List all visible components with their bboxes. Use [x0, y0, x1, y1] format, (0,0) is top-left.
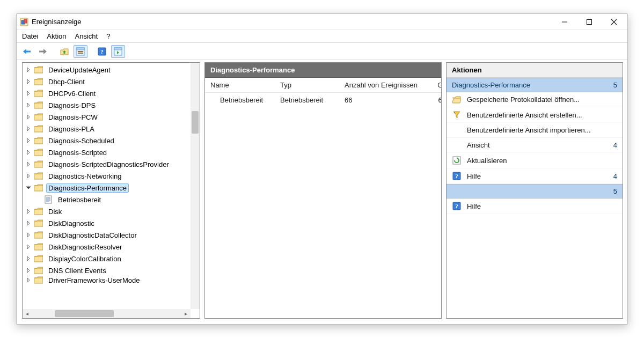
toolbar-properties-button[interactable]	[74, 45, 87, 58]
tree-vertical-scrollbar[interactable]	[191, 63, 200, 309]
svg-rect-9	[78, 53, 83, 54]
main-split: DeviceUpdateAgentDhcp-ClientDHCPv6-Clien…	[17, 60, 627, 324]
menu-action[interactable]: Aktion	[47, 32, 66, 40]
chevron-right-icon[interactable]	[25, 255, 32, 262]
action-item[interactable]: Gespeicherte Protokolldatei öffnen...	[447, 92, 623, 107]
tree-item[interactable]: Diagnosis-Scheduled	[23, 135, 200, 146]
minimize-button[interactable]	[552, 14, 577, 30]
help-icon: ?	[452, 172, 462, 180]
tree-item[interactable]: Diagnosis-DPS	[23, 99, 200, 111]
filter-icon	[452, 111, 462, 119]
action-item[interactable]: Aktualisieren	[447, 153, 623, 168]
chevron-right-icon[interactable]	[25, 172, 32, 180]
folder-icon	[34, 208, 43, 215]
toolbar-back-button[interactable]	[20, 45, 34, 58]
chevron-right-icon[interactable]	[25, 101, 32, 109]
tree-item[interactable]: DeviceUpdateAgent	[23, 64, 200, 76]
menu-help[interactable]: ?	[106, 32, 110, 40]
scrollbar-thumb[interactable]	[192, 111, 199, 134]
chevron-right-icon[interactable]	[25, 125, 32, 133]
chevron-down-icon[interactable]	[25, 184, 32, 192]
tree-item[interactable]: Betriebsbereit	[23, 194, 200, 205]
toolbar-show-action-pane-button[interactable]	[111, 45, 125, 58]
cell-size: 68 KB	[430, 96, 442, 104]
chevron-right-icon[interactable]	[25, 267, 32, 274]
tree-item[interactable]: DNS Client Events	[23, 264, 200, 276]
action-item[interactable]: Benutzerdefinierte Ansicht erstellen...	[447, 107, 623, 123]
tree-item[interactable]: Diagnosis-Scripted	[23, 146, 200, 158]
folder-icon	[34, 113, 43, 121]
tree-item[interactable]: Dhcp-Client	[23, 76, 200, 87]
tree-item[interactable]: DisplayColorCalibration	[23, 253, 200, 264]
svg-text:?: ?	[455, 173, 458, 179]
menu-view[interactable]: Ansicht	[75, 32, 98, 40]
tree-item[interactable]: DiskDiagnosticResolver	[23, 241, 200, 253]
chevron-right-icon[interactable]	[25, 208, 32, 215]
chevron-right-icon[interactable]	[25, 160, 32, 168]
toolbar-forward-button[interactable]	[36, 45, 50, 58]
tree-item[interactable]: DiskDiagnostic	[23, 217, 200, 229]
folder-icon	[34, 184, 43, 192]
tree-item-label: Disk	[46, 207, 64, 216]
tree-item[interactable]: Diagnosis-PLA	[23, 123, 200, 135]
details-pane: Diagnostics-Performance Name Typ Anzahl …	[204, 62, 442, 319]
svg-text:?: ?	[455, 203, 458, 209]
tree-item[interactable]: Diagnosis-ScriptedDiagnosticsProvider	[23, 158, 200, 170]
tree-item[interactable]: Disk	[23, 205, 200, 217]
folder-open-icon	[452, 96, 462, 104]
action-submenu-indicator: 4	[613, 172, 617, 180]
folder-icon	[34, 276, 43, 284]
action-item[interactable]: Ansicht4	[447, 138, 623, 153]
tree-item[interactable]: Diagnostics-Networking	[23, 170, 200, 182]
action-item[interactable]: Benutzerdefinierte Ansicht importieren..…	[447, 123, 623, 138]
folder-icon	[34, 66, 43, 74]
tree-horizontal-scrollbar[interactable]: ◂ ▸	[23, 309, 191, 318]
chevron-right-icon[interactable]	[25, 243, 32, 251]
chevron-right-icon[interactable]	[25, 78, 32, 85]
chevron-right-icon[interactable]	[25, 219, 32, 227]
close-button[interactable]	[602, 14, 626, 30]
table-row[interactable]: BetriebsbereitBetriebsbereit6668 KB	[205, 93, 441, 107]
toolbar-help-button[interactable]: ?	[95, 45, 109, 58]
chevron-right-icon[interactable]	[25, 90, 32, 97]
column-header-type[interactable]: Typ	[280, 81, 345, 89]
tree-item[interactable]: DiskDiagnosticDataCollector	[23, 229, 200, 241]
tree-item[interactable]: DHCPv6-Client	[23, 87, 200, 99]
chevron-right-icon[interactable]	[25, 137, 32, 144]
column-header-size[interactable]: Größe	[430, 81, 442, 89]
svg-rect-4	[26, 50, 31, 52]
column-header-name[interactable]: Name	[210, 81, 280, 89]
scroll-left-icon[interactable]: ◂	[23, 309, 32, 318]
chevron-right-icon[interactable]	[25, 149, 32, 156]
action-label: Hilfe	[467, 172, 608, 180]
scroll-right-icon[interactable]: ▸	[181, 309, 191, 318]
menu-file[interactable]: Datei	[22, 32, 38, 40]
chevron-right-icon[interactable]	[25, 231, 32, 239]
folder-icon	[34, 149, 43, 156]
action-label: Hilfe	[467, 202, 617, 210]
actions-group-sub: 5	[613, 187, 617, 195]
svg-rect-5	[39, 50, 44, 52]
action-item[interactable]: ?Hilfe	[447, 199, 623, 214]
chevron-right-icon[interactable]	[25, 276, 32, 284]
scrollbar-thumb[interactable]	[55, 310, 114, 317]
chevron-right-icon[interactable]	[25, 113, 32, 121]
tree-item[interactable]: DriverFrameworks-UserMode	[23, 276, 200, 284]
details-pane-title: Diagnostics-Performance	[205, 63, 441, 78]
cell-type: Betriebsbereit	[280, 96, 345, 104]
tree-item-label: Diagnosis-Scripted	[46, 148, 109, 157]
chevron-right-icon[interactable]	[25, 66, 32, 74]
maximize-button[interactable]	[577, 14, 602, 30]
details-list-body: BetriebsbereitBetriebsbereit6668 KB	[205, 93, 441, 107]
svg-point-15	[454, 112, 455, 113]
action-item[interactable]: ?Hilfe4	[447, 168, 623, 184]
column-header-count[interactable]: Anzahl von Ereignissen	[345, 81, 430, 89]
svg-rect-2	[24, 19, 27, 23]
cell-count: 66	[345, 96, 430, 104]
tree-item[interactable]: Diagnostics-Performance	[23, 182, 200, 194]
help-icon: ?	[452, 202, 462, 210]
tree-item[interactable]: Diagnosis-PCW	[23, 111, 200, 123]
folder-icon	[34, 125, 43, 133]
toolbar-up-button[interactable]	[57, 45, 71, 58]
folder-icon	[34, 219, 43, 227]
